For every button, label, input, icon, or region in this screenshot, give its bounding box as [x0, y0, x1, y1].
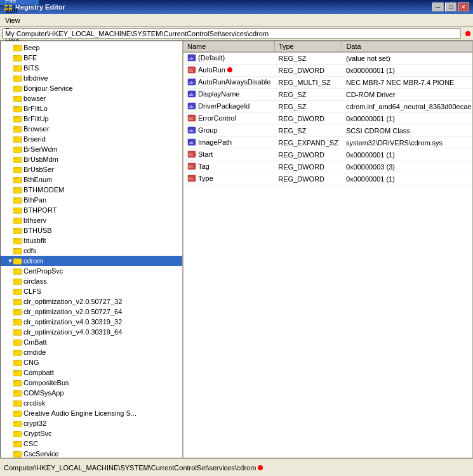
svg-text:01: 01 [189, 164, 194, 169]
table-row[interactable]: 01 TypeREG_DWORD0x00000001 (1) [183, 173, 472, 185]
address-bar: My Computer\HKEY_LOCAL_MACHINE\SYSTEM\Cu… [0, 27, 473, 41]
tree-item-cmbatt[interactable]: CmBatt [1, 337, 182, 347]
tree-item-brfiltup[interactable]: BrFiltUp [1, 114, 182, 124]
tree-item-creativeaudio[interactable]: Creative Audio Engine Licensing S... [1, 408, 182, 418]
cell-name: 01 Start [183, 149, 274, 161]
menu-item-file[interactable]: File [0, 0, 39, 5]
tree-item-blbdrive[interactable]: blbdrive [1, 73, 182, 83]
tree-item-clfs[interactable]: CLFS [1, 286, 182, 296]
table-row[interactable]: 01 AutoRunREG_DWORD0x00000001 (1) [183, 65, 472, 77]
table-row[interactable]: ab GroupREG_SZSCSI CDROM Class [183, 125, 472, 137]
tree-item-circlass[interactable]: circlass [1, 276, 182, 286]
table-row[interactable]: ab (Default)REG_SZ(value not set) [183, 52, 472, 65]
tree-item-csc[interactable]: CSC [1, 439, 182, 449]
tree-item-cdfs[interactable]: cdfs [1, 246, 182, 256]
tree-item-cscservice[interactable]: CscService [1, 449, 182, 458]
folder-icon [13, 185, 22, 194]
tree-item-compositebus[interactable]: CompositeBus [1, 378, 182, 388]
tree-item-label: BITS [23, 64, 39, 72]
folder-icon [13, 358, 22, 367]
col-header-data[interactable]: Data [342, 41, 472, 52]
tree-item-bowser[interactable]: bowser [1, 93, 182, 103]
svg-rect-47 [13, 259, 17, 261]
tree-item-bthmodem[interactable]: BTHMODEM [1, 185, 182, 195]
tree-item-clr4064[interactable]: clr_optimization_v4.0.30319_64 [1, 327, 182, 337]
table-row[interactable]: ab DisplayNameREG_SZCD-ROM Driver [183, 89, 472, 101]
tree-item-brusbser[interactable]: BrUsbSer [1, 164, 182, 175]
tree-item-clr32[interactable]: clr_optimization_v2.0.50727_32 [1, 296, 182, 307]
table-row[interactable]: 01 ErrorControlREG_DWORD0x00000001 (1) [183, 113, 472, 125]
cell-name-text: DisplayName [198, 90, 239, 98]
tree-item-compbatt[interactable]: Compbatt [1, 367, 182, 378]
tree-pane[interactable]: Beep BFE BITS blbdrive Bonjour Service b… [1, 41, 183, 458]
folder-icon [13, 419, 22, 428]
tree-item-label: btusbflt [23, 237, 46, 244]
address-path[interactable]: My Computer\HKEY_LOCAL_MACHINE\SYSTEM\Cu… [3, 29, 461, 39]
tree-item-cdrom[interactable]: ▼ cdrom [1, 256, 182, 266]
tree-item-label: cdrom [23, 257, 43, 265]
maximize-button[interactable]: □ [445, 3, 456, 11]
tree-item-cng[interactable]: CNG [1, 357, 182, 367]
tree-item-bthusb[interactable]: BTHUSB [1, 225, 182, 235]
svg-rect-49 [13, 269, 17, 271]
tree-item-label: clr_optimization_v2.0.50727_64 [23, 308, 122, 315]
close-button[interactable]: ✕ [458, 3, 469, 11]
svg-rect-41 [13, 228, 17, 230]
tree-item-brserwdm[interactable]: BrSerWdm [1, 144, 182, 154]
menu-item-edit[interactable]: Edit [0, 5, 39, 15]
table-row[interactable]: ab AutoRunAlwaysDisableREG_MULTI_SZNEC M… [183, 77, 472, 89]
tree-item-bthenum[interactable]: BthEnum [1, 175, 182, 185]
tree-item-label: Beep [23, 44, 40, 51]
table-row[interactable]: 01 TagREG_DWORD0x00000003 (3) [183, 161, 472, 173]
tree-item-label: crcdisk [23, 399, 45, 407]
col-header-name[interactable]: Name [183, 41, 274, 52]
tree-item-crcdisk[interactable]: crcdisk [1, 398, 182, 408]
svg-rect-39 [13, 218, 17, 220]
tree-item-btusbflt[interactable]: btusbflt [1, 235, 182, 246]
tree-item-bthserv[interactable]: bthserv [1, 215, 182, 225]
tree-item-label: Brserid [23, 135, 46, 143]
tree-item-bits[interactable]: BITS [1, 63, 182, 73]
table-row[interactable]: 01 StartREG_DWORD0x00000001 (1) [183, 149, 472, 161]
table-row[interactable]: ab ImagePathREG_EXPAND_SZsystem32\DRIVER… [183, 137, 472, 149]
tree-item-bthport[interactable]: BTHPORT [1, 205, 182, 215]
tree-item-label: clr_optimization_v2.0.50727_32 [23, 298, 122, 305]
menu-item-view[interactable]: View [0, 15, 39, 25]
tree-item-beep[interactable]: Beep [1, 43, 182, 53]
tree-item-browser[interactable]: Browser [1, 124, 182, 134]
tree-item-cmdide[interactable]: cmdide [1, 347, 182, 357]
minimize-button[interactable]: ─ [432, 3, 444, 11]
tree-item-cryptsvc[interactable]: CryptSvc [1, 428, 182, 439]
tree-item-comsysapp[interactable]: COMSysApp [1, 388, 182, 398]
tree-item-bthpan[interactable]: BthPan [1, 195, 182, 205]
cell-name-text: Group [198, 126, 218, 134]
svg-rect-69 [13, 371, 17, 373]
folder-icon [13, 94, 22, 103]
cell-name-text: ErrorControl [198, 114, 236, 122]
svg-rect-21 [13, 127, 17, 129]
cell-name: 01 Tag [183, 161, 274, 173]
table-row[interactable]: ab DriverPackageIdREG_SZcdrom.inf_amd64_… [183, 101, 472, 113]
folder-icon [13, 388, 22, 397]
tree-item-label: crypt32 [23, 420, 46, 427]
tree-item-certpropsvc[interactable]: CertPropSvc [1, 266, 182, 276]
tree-item-label: CompositeBus [23, 379, 69, 387]
tree-item-label: Creative Audio Engine Licensing S... [23, 409, 137, 417]
tree-item-bfe[interactable]: BFE [1, 53, 182, 63]
tree-item-bonjour[interactable]: Bonjour Service [1, 83, 182, 93]
svg-rect-33 [13, 188, 17, 190]
cell-name: ab ImagePath [183, 137, 274, 149]
cell-name: ab AutoRunAlwaysDisable [183, 77, 274, 89]
tree-item-clr64[interactable]: clr_optimization_v2.0.50727_64 [1, 307, 182, 317]
col-header-type[interactable]: Type [274, 41, 342, 52]
cell-name: 01 ErrorControl [183, 113, 274, 125]
svg-text:ab: ab [189, 80, 194, 85]
tree-item-brusbmdm[interactable]: BrUsbMdm [1, 154, 182, 164]
tree-item-crypt32[interactable]: crypt32 [1, 418, 182, 428]
row-type-icon: 01 [187, 162, 196, 172]
tree-item-clr4032[interactable]: clr_optimization_v4.0.30319_32 [1, 317, 182, 327]
tree-item-brserid[interactable]: Brserid [1, 134, 182, 144]
folder-icon [13, 429, 22, 438]
tree-item-brfiltlo[interactable]: BrFiltLo [1, 103, 182, 114]
folder-icon [13, 43, 22, 52]
